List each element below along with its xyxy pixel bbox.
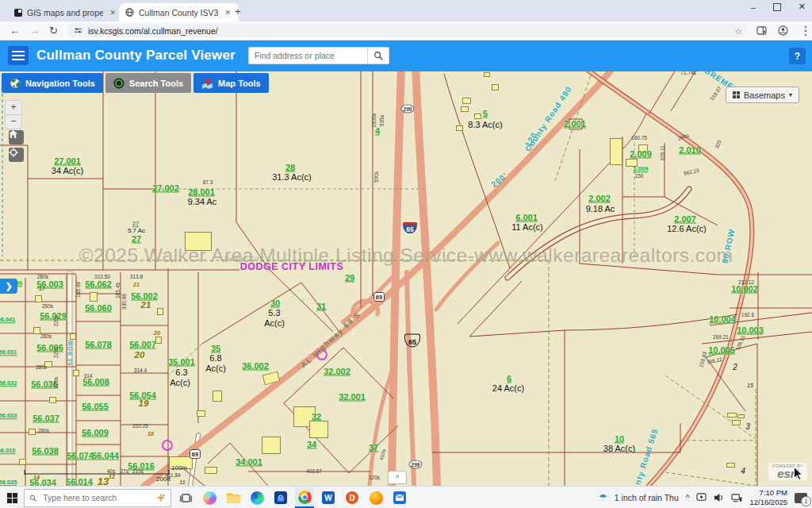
home-button[interactable] — [9, 130, 24, 144]
parcel-label[interactable]: 56.062 — [85, 280, 112, 289]
parcel-label[interactable]: 56.060 — [85, 304, 112, 313]
parcel-label[interactable]: 35.001 — [168, 358, 195, 367]
weather-text[interactable]: 1 inch of rain Thu — [615, 493, 679, 502]
window-close-button[interactable]: ✕ — [799, 2, 806, 12]
profile-avatar-icon[interactable] — [778, 25, 788, 36]
parcel-label[interactable]: 32.001 — [339, 393, 366, 402]
parcel-label[interactable]: 36.002 — [242, 362, 269, 371]
parcel-label[interactable]: 56.037 — [33, 414, 59, 423]
parcel-label[interactable]: 31 — [316, 302, 326, 311]
site-info-icon[interactable] — [74, 26, 82, 35]
parcel-label[interactable]: 27 — [132, 235, 141, 244]
find-address-input[interactable] — [248, 47, 367, 64]
route-shield: 299 — [409, 460, 423, 469]
parcel-label[interactable]: 2.009 — [630, 150, 652, 159]
taskbar-search-input[interactable] — [41, 492, 151, 503]
parcel-label[interactable]: 29 — [345, 274, 354, 283]
basemaps-button[interactable]: Basemaps ▾ — [726, 87, 799, 103]
parcel-label[interactable]: 2.010 — [679, 146, 701, 155]
parcel-label[interactable]: 28 — [285, 164, 295, 172]
parcel-label[interactable]: 2.007 — [674, 215, 696, 224]
start-button[interactable] — [7, 493, 17, 503]
parcel-label[interactable]: 56.007 — [129, 341, 156, 349]
menu-kebab-icon[interactable]: ⋮ — [799, 23, 812, 38]
network-icon[interactable] — [731, 493, 742, 502]
word-app-button[interactable]: W — [319, 488, 338, 507]
parcel-label[interactable]: 6 — [507, 375, 511, 383]
parcel-label[interactable]: 32.002 — [324, 368, 350, 376]
parcel-label[interactable]: 2.001 — [564, 120, 586, 129]
parcel-label[interactable]: 56.006 — [36, 344, 63, 352]
zoom-out-button[interactable]: − — [6, 115, 21, 129]
parcel-label[interactable]: 6.001 — [515, 214, 538, 222]
back-button[interactable]: ← — [10, 25, 20, 37]
side-panel-icon[interactable] — [756, 26, 767, 35]
orange-d-app-button[interactable]: D — [343, 488, 362, 507]
task-view-button[interactable] — [176, 488, 195, 507]
navigation-tools-button[interactable]: Navigation Tools — [2, 73, 103, 93]
tray-expand-icon[interactable]: ^ — [686, 494, 690, 502]
file-explorer-button[interactable] — [224, 488, 243, 507]
parcel-label[interactable]: 56.014 — [66, 478, 93, 487]
parcel-label[interactable]: 56.078 — [85, 341, 112, 349]
parcel-label[interactable]: 4 — [375, 127, 380, 136]
edge-browser-button[interactable] — [247, 488, 266, 507]
taskbar-search[interactable] — [24, 489, 171, 507]
zoom-in-button[interactable]: + — [6, 101, 21, 115]
panel-expand-button[interactable]: ❯ — [0, 279, 17, 294]
search-button[interactable] — [367, 47, 389, 64]
parcel-label[interactable]: 10.002 — [731, 285, 758, 294]
parcel-label[interactable]: 10.003 — [737, 326, 764, 335]
parcel-label[interactable]: 10.005 — [708, 346, 735, 355]
parcel-label[interactable]: 35 — [211, 344, 220, 353]
tab-close-icon[interactable]: ✕ — [223, 9, 232, 17]
notification-center-button[interactable]: 1 — [795, 493, 807, 503]
store-app-button[interactable] — [271, 488, 290, 507]
store-bag-icon — [274, 491, 287, 504]
reload-button[interactable]: ↻ — [49, 25, 58, 37]
help-button[interactable]: ? — [789, 48, 806, 64]
parcel-label[interactable]: 34 — [307, 441, 316, 449]
parcel-label[interactable]: 56.009 — [82, 429, 109, 437]
parcel-label[interactable]: 10 — [615, 435, 624, 444]
parcel-label[interactable]: 10.004 — [709, 315, 736, 324]
firefox-browser-button[interactable] — [366, 488, 385, 507]
bookmark-star-icon[interactable]: ☆ — [735, 26, 742, 36]
locate-button[interactable] — [9, 148, 24, 162]
map-tools-button[interactable]: Map Tools — [193, 73, 269, 93]
window-minimize-button[interactable]: – — [751, 2, 756, 12]
parcel-label[interactable]: 28.001 — [188, 188, 215, 197]
address-bar[interactable]: isv.kcsgis.com/al.cullman_revenue/ ☆ — [67, 24, 749, 37]
parcel-label[interactable]: 5 — [483, 110, 488, 118]
parcel-label[interactable]: 56.002 — [131, 292, 158, 301]
parcel-label[interactable]: 32 — [312, 413, 321, 421]
clock[interactable]: 7:10 PM 12/16/2025 — [749, 488, 787, 507]
new-tab-button[interactable]: + — [235, 6, 241, 17]
window-restore-button[interactable] — [773, 3, 781, 11]
parcel-label[interactable]: 27.002 — [152, 184, 179, 193]
mail-app-button[interactable] — [390, 488, 409, 507]
hamburger-menu-button[interactable] — [8, 46, 29, 65]
url-text[interactable]: isv.kcsgis.com/al.cullman_revenue/ — [88, 26, 730, 36]
tray-app-icon[interactable] — [696, 493, 707, 502]
parcel-label[interactable]: 27.001 — [54, 157, 81, 166]
parcel-label[interactable]: 30 — [270, 299, 280, 308]
parcel-label[interactable]: 56.074 — [67, 452, 94, 460]
attribution-toggle-button[interactable]: ^ — [388, 471, 407, 484]
parcel-label[interactable]: 37 — [369, 444, 378, 452]
map-label: 220s — [54, 377, 59, 388]
tab-cullman-county[interactable]: Cullman County ISV3 ✕ — [119, 3, 239, 21]
forward-button[interactable]: → — [29, 25, 40, 37]
chrome-browser-button[interactable] — [295, 487, 314, 508]
tab-gis-maps[interactable]: GIS maps and property searche ✕ — [8, 3, 124, 21]
tab-close-icon[interactable]: ✕ — [108, 9, 117, 17]
search-tools-button[interactable]: Search Tools — [105, 73, 191, 93]
parcel-label[interactable]: 2.002 — [588, 194, 611, 203]
parcel-label[interactable]: 56.055 — [82, 402, 109, 411]
map-canvas[interactable]: ©2025 Walker Area Multiple Listing Servi… — [0, 70, 812, 486]
parcel-label[interactable]: 34.001 — [236, 458, 262, 467]
parcel-label[interactable]: 56.038 — [32, 447, 59, 456]
parcel-label[interactable]: 56.044 — [92, 452, 119, 460]
volume-icon[interactable] — [714, 493, 724, 502]
copilot-app-button[interactable] — [200, 488, 219, 507]
